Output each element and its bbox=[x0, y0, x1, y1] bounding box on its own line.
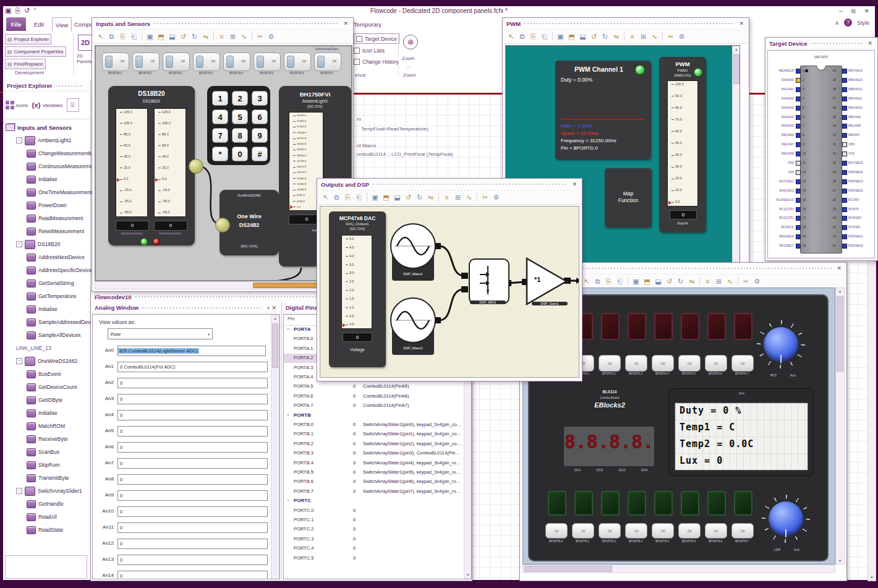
keypad-key-1[interactable]: 1 bbox=[212, 91, 228, 106]
toolbar-add-component-icon[interactable]: ▣ bbox=[556, 32, 565, 41]
tree-item-onewireds2482[interactable]: −OneWireDS2482 bbox=[3, 355, 104, 367]
ds18b20-component[interactable]: DS18B20 DS18B20 125.0105.085.065.045.025… bbox=[108, 86, 195, 245]
digital-pin-row-portb-4[interactable]: PORTB.40SwitchArraySlider1(pin4), keypad… bbox=[284, 459, 464, 468]
switch-handle[interactable] bbox=[105, 56, 113, 68]
tree-item-ambientlight1[interactable]: −AmbientLight1 bbox=[3, 134, 104, 147]
toolbar-rotate-cw-icon[interactable]: ↻ bbox=[415, 192, 424, 202]
keypad-key-3[interactable]: 3 bbox=[252, 91, 268, 106]
analog-row-input[interactable]: 0 bbox=[117, 458, 268, 469]
toolbar-flip-horizontal-icon[interactable]: ⇋ bbox=[612, 32, 621, 41]
input-switch-5[interactable]: Off bbox=[254, 53, 281, 71]
close-icon[interactable]: ✕ bbox=[866, 40, 874, 46]
porta-button-6[interactable]: Off bbox=[705, 355, 727, 372]
toolbar-align-icon[interactable]: ≡ bbox=[703, 276, 712, 286]
wire-node[interactable] bbox=[215, 218, 230, 232]
inputs-canvas[interactable]: Off$PORTB.0Off$PORTB.1Off$PORTB.2Off$POR… bbox=[95, 45, 352, 281]
target-device-titlebar[interactable]: Target Device ✕ bbox=[765, 38, 877, 49]
portb-button-2[interactable]: Off bbox=[599, 523, 621, 539]
toolbar-copy-icon[interactable]: ⎘ bbox=[529, 32, 538, 41]
toolbar-snap-grid-icon[interactable]: ⊞ bbox=[228, 32, 237, 41]
analog-row-input[interactable]: 0 bbox=[117, 474, 268, 485]
tree-expand-icon[interactable]: − bbox=[16, 358, 22, 364]
close-button[interactable]: ✕ bbox=[864, 7, 869, 15]
switch-handle[interactable] bbox=[317, 56, 325, 68]
portb-button-7[interactable]: Off bbox=[731, 523, 754, 539]
switch-handle[interactable] bbox=[226, 56, 234, 68]
dac-scale[interactable]: 5.04.54.03.53.02.52.01.51.00.50.0 bbox=[341, 235, 372, 329]
chevron-down-icon[interactable]: ⌄ bbox=[286, 412, 290, 417]
input-switch-2[interactable]: Off bbox=[163, 53, 190, 71]
chevron-down-icon[interactable]: ⌄ bbox=[286, 497, 290, 502]
input-switch-6[interactable]: Off bbox=[284, 53, 311, 71]
tab-components[interactable]: Components bbox=[74, 17, 92, 31]
digital-pin-row-portb-5[interactable]: PORTB.50SwitchArraySlider1(pin5), keypad… bbox=[284, 468, 464, 477]
zoom-button-label[interactable]: Zoom bbox=[402, 56, 414, 61]
tree-item-ds18b20[interactable]: −DS18B20 bbox=[3, 238, 104, 250]
toolbar-settings-icon[interactable]: ⚙ bbox=[752, 276, 762, 286]
toolbar-multi-select-icon[interactable]: ⧉ bbox=[593, 276, 602, 286]
ribbon-button-find-replace[interactable]: ▤Find/Replace bbox=[5, 59, 46, 69]
ribbon-collapse-icon[interactable]: ∧ bbox=[835, 20, 839, 26]
tree-item-inputs-and-sensors[interactable]: Inputs and Sensors bbox=[3, 121, 93, 134]
macros-button[interactable]: ⌸ bbox=[67, 98, 79, 112]
toolbar-wire-mode-icon[interactable]: ∿ bbox=[239, 32, 249, 41]
toolbar-send-back-icon[interactable]: ⬓ bbox=[393, 192, 402, 202]
toolbar-rotate-cw-icon[interactable]: ↻ bbox=[676, 276, 685, 286]
scrollbar-thumb[interactable] bbox=[524, 566, 612, 572]
keypad-component[interactable]: 123456789*0# bbox=[207, 86, 270, 165]
outputs-dsp-titlebar[interactable]: Outputs and DSP ✕ bbox=[317, 179, 582, 190]
switch-handle[interactable] bbox=[135, 56, 143, 68]
inputs-hscrollbar[interactable] bbox=[95, 281, 351, 289]
tab-file[interactable]: File bbox=[6, 17, 26, 31]
porta-button-3[interactable]: Off bbox=[625, 355, 647, 372]
panel-2d-icon[interactable]: 2D bbox=[78, 35, 93, 51]
pwm-channel-box[interactable]: PWM Channel 1 Duty = 0.00% Mark = 0.00us… bbox=[555, 61, 651, 160]
scroll-down-icon[interactable]: ▼ bbox=[836, 559, 844, 563]
style-menu[interactable]: Style bbox=[857, 20, 869, 26]
ds18b20-scale-1[interactable]: 125.0105.085.065.045.025.05.0-15.0-35.0-… bbox=[116, 108, 148, 217]
analog-row-input[interactable]: 0 bbox=[117, 410, 268, 420]
restore-button[interactable]: ⧉ bbox=[851, 7, 855, 15]
toolbar-paste-icon[interactable]: ⎗ bbox=[540, 32, 549, 41]
digital-pin-row-porta-7[interactable]: PORTA.70ComboBL0114(PinA7) bbox=[284, 401, 464, 411]
keypad-key-6[interactable]: 6 bbox=[252, 109, 268, 124]
toolbar-bring-front-icon[interactable]: ⬒ bbox=[567, 32, 576, 41]
toolbar-align-icon[interactable]: ≡ bbox=[442, 192, 451, 202]
keypad-key-8[interactable]: 8 bbox=[232, 128, 248, 143]
toolbar-rotate-cw-icon[interactable]: ↻ bbox=[190, 32, 199, 41]
toolbar-send-back-icon[interactable]: ⬓ bbox=[168, 32, 177, 41]
digital-pin-row-portc-1[interactable]: PORTC.10 bbox=[284, 516, 464, 525]
digital-pin-row-portb[interactable]: ⌄PORTB bbox=[284, 411, 464, 420]
toolbar-add-component-icon[interactable]: ▣ bbox=[370, 192, 380, 202]
toolbar-copy-icon[interactable]: ⎘ bbox=[343, 192, 352, 202]
switch-handle[interactable] bbox=[166, 56, 173, 68]
tree-expand-icon[interactable]: − bbox=[16, 241, 22, 247]
view-check-target-device[interactable]: Target Device bbox=[354, 33, 399, 44]
analog-scrollbar[interactable]: ▲ bbox=[271, 315, 279, 579]
view-check-icon-lists[interactable]: Icon Lists bbox=[354, 46, 385, 55]
toolbar-settings-icon[interactable]: ⚙ bbox=[677, 32, 686, 41]
toolbar-multi-select-icon[interactable]: ⧉ bbox=[518, 32, 527, 41]
porta-button-5[interactable]: Off bbox=[678, 355, 701, 372]
chevron-down-icon[interactable]: ⌄ bbox=[286, 326, 290, 331]
input-switch-4[interactable]: Off bbox=[223, 53, 250, 71]
toolbar-bring-front-icon[interactable]: ⬒ bbox=[642, 276, 652, 286]
pwm-scrollbar[interactable]: ▲ bbox=[732, 46, 740, 263]
input-switch-0[interactable]: Off bbox=[102, 53, 129, 71]
toolbar-rotate-cw-icon[interactable]: ↻ bbox=[600, 32, 610, 41]
toolbar-snap-grid-icon[interactable]: ⊞ bbox=[714, 276, 723, 286]
digital-pin-row-portb-6[interactable]: PORTB.60SwitchArraySlider1(pin6), keypad… bbox=[284, 477, 464, 487]
scroll-up-icon[interactable]: ▲ bbox=[733, 48, 740, 51]
inputs-sensors-titlebar[interactable]: Inputs and Sensors ✕ bbox=[92, 18, 353, 30]
minimize-button[interactable]: – bbox=[839, 7, 843, 15]
toolbar-add-component-icon[interactable]: ▣ bbox=[631, 276, 641, 286]
analog-row-input[interactable]: 0 bbox=[117, 394, 268, 404]
tree-expand-icon[interactable]: − bbox=[16, 137, 22, 143]
toolbar-cut-icon[interactable]: ✂ bbox=[666, 32, 675, 41]
dsp-gain-component[interactable]: *1 DSP_Gain1 bbox=[526, 257, 570, 313]
switch-handle[interactable] bbox=[287, 56, 294, 68]
keypad-key-star[interactable]: * bbox=[212, 147, 228, 161]
toolbar-select-cursor-icon[interactable]: ↖ bbox=[321, 192, 330, 202]
keypad-key-4[interactable]: 4 bbox=[212, 109, 228, 124]
digital-pin-row-portb-3[interactable]: PORTB.30SwitchArraySlider1(pin3), ComboB… bbox=[284, 449, 464, 458]
